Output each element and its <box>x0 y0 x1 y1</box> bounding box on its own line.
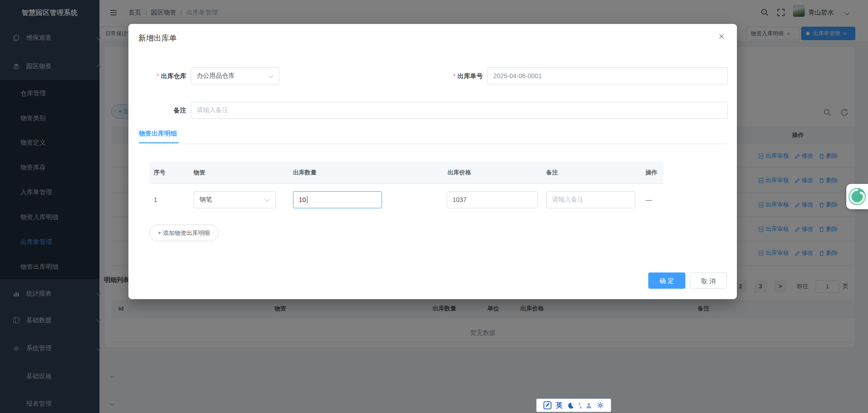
ime-logo-icon[interactable] <box>543 401 552 409</box>
select-value: 钢笔 <box>199 196 212 204</box>
input-placeholder: 请输入备注 <box>197 106 228 114</box>
required-mark: * <box>157 72 159 80</box>
close-icon[interactable]: × <box>715 30 728 43</box>
person-icon[interactable] <box>585 402 592 409</box>
input-value: 1037 <box>453 196 467 203</box>
input-placeholder: 请输入备注 <box>552 196 584 204</box>
input-value: 10 <box>299 196 306 203</box>
label-text: 备注 <box>174 107 186 114</box>
app-screen: 智慧园区管理系统 维保巡查 园区物资 仓库管理 物资类别 物资定义 物资库存 入… <box>0 0 868 413</box>
add-detail-row-button[interactable]: + 添加物资出库明细 <box>149 225 218 241</box>
floating-assistant-widget[interactable] <box>846 184 868 209</box>
col-header-price: 出库价格 <box>448 162 471 183</box>
col-header-ops: 操作 <box>646 162 657 183</box>
label-text: 出库单号 <box>458 72 483 80</box>
punctuation-icon[interactable]: ’, <box>579 402 581 409</box>
gear-icon[interactable] <box>597 402 604 409</box>
select-value: 办公用品仓库 <box>197 72 235 80</box>
col-header-qty: 出库数量 <box>293 162 316 183</box>
warehouse-field-label: *出库仓库 <box>128 67 186 84</box>
ime-english-mode[interactable]: 英 <box>556 401 563 410</box>
text-caret <box>307 196 307 203</box>
price-input[interactable]: 1037 <box>447 191 538 208</box>
col-header-remark: 备注 <box>546 162 558 183</box>
warehouse-select[interactable]: 办公用品仓库 <box>191 67 279 84</box>
tab-outbound-material-detail[interactable]: 物资出库明细 <box>139 130 177 138</box>
col-header-index: 序号 <box>154 162 165 183</box>
ime-toolbar: 英 ’, <box>536 399 611 412</box>
required-mark: * <box>453 72 456 80</box>
remark-input[interactable]: 请输入备注 <box>191 102 728 119</box>
cancel-button[interactable]: 取 消 <box>690 272 727 289</box>
dialog-title: 新增出库单 <box>138 33 177 43</box>
new-outbound-order-dialog: 新增出库单 × *出库仓库 办公用品仓库 *出库单号 2025-04-06-00… <box>128 24 737 299</box>
confirm-button[interactable]: 确 定 <box>648 272 685 289</box>
material-select[interactable]: 钢笔 <box>193 191 276 208</box>
row-ops-dash: — <box>646 183 652 216</box>
input-value: 2025-04-06-0001 <box>493 72 542 80</box>
detail-entry-table-header: 序号 物资 出库数量 出库价格 备注 操作 <box>149 162 664 184</box>
active-tab-underline <box>139 142 179 143</box>
divider <box>139 144 726 144</box>
remark-field-label: 备注 <box>128 102 186 119</box>
order-no-field-label: *出库单号 <box>382 67 483 84</box>
row-index: 1 <box>154 183 157 216</box>
green-swirl-icon <box>848 188 866 206</box>
moon-icon[interactable] <box>567 402 574 409</box>
label-text: 出库仓库 <box>161 72 186 80</box>
col-header-material: 物资 <box>193 162 205 183</box>
detail-entry-row: 1 钢笔 10 1037 请输入备注 — <box>149 183 664 216</box>
qty-input[interactable]: 10 <box>293 191 382 208</box>
row-remark-input[interactable]: 请输入备注 <box>546 191 635 208</box>
order-no-input[interactable]: 2025-04-06-0001 <box>487 67 728 84</box>
